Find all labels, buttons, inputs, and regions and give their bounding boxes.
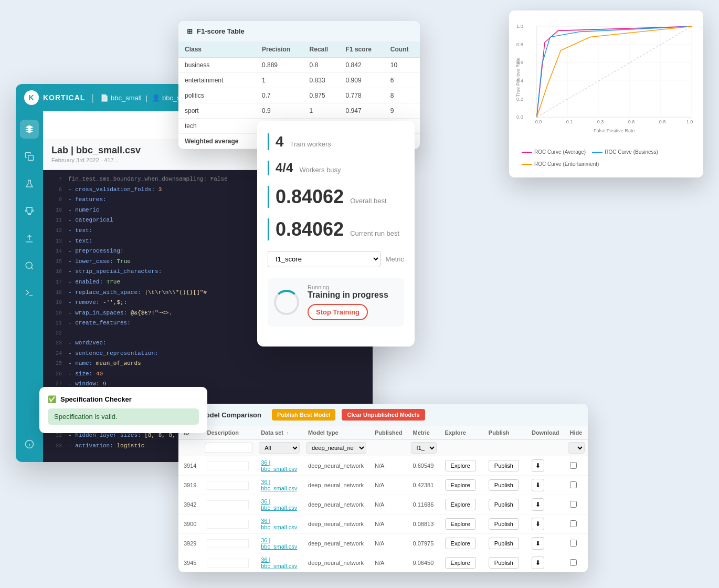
publish-best-model-button[interactable]: Publish Best Model [272, 409, 335, 421]
publish-btn-3929[interactable]: Publish [489, 538, 519, 549]
sidebar-icon-terminal[interactable] [20, 284, 39, 302]
publish-btn-3914[interactable]: Publish [489, 460, 519, 471]
running-label: Running [308, 284, 398, 290]
sidebar-icon-search[interactable] [20, 256, 39, 275]
download-btn-3942[interactable]: ⬇ [532, 498, 544, 511]
svg-text:1.0: 1.0 [516, 24, 523, 29]
header-divider: | [91, 92, 94, 103]
download-btn-3900[interactable]: ⬇ [532, 518, 544, 530]
col-f1score: F1 score [340, 41, 384, 58]
explore-btn-3942[interactable]: Explore [445, 499, 476, 510]
hide-checkbox-3945[interactable] [570, 559, 577, 566]
filter-row: All deep_neural_network f1_score [178, 440, 588, 456]
sidebar-icon-layers[interactable] [20, 120, 39, 139]
training-spinner [274, 290, 299, 315]
dataset-link-3942[interactable]: 36 | bbc_small.csv [261, 498, 297, 511]
spec-valid-message: Specification is valid. [48, 408, 199, 425]
desc-input-3900[interactable] [207, 520, 249, 529]
download-btn-3929[interactable]: ⬇ [532, 537, 544, 550]
download-btn-3945[interactable]: ⬇ [532, 556, 544, 569]
current-best-value: 0.84062 [276, 218, 344, 240]
breadcrumb-dataset[interactable]: 📄 bbc_small [100, 94, 142, 102]
filter-model-type[interactable]: deep_neural_network [306, 442, 366, 454]
train-workers-stat: 4 Train workers [268, 133, 404, 150]
hide-checkbox-3929[interactable] [570, 540, 577, 547]
dataset-link-3919[interactable]: 36 | bbc_small.csv [261, 479, 297, 491]
col-hide: Hide [565, 426, 588, 440]
roc-panel: 0.0 0.2 0.4 0.6 0.8 1.0 0.0 0.1 0.3 0.6 … [509, 10, 703, 177]
training-text: Running Training in progress Stop Traini… [308, 284, 398, 320]
desc-input-3942[interactable] [207, 500, 249, 509]
desc-input-3945[interactable] [207, 559, 249, 568]
training-title: Training in progress [308, 290, 398, 300]
f1-table-row: business0.8890.80.84210 [178, 58, 420, 73]
publish-btn-3919[interactable]: Publish [489, 479, 519, 491]
roc-chart: 0.0 0.2 0.4 0.6 0.8 1.0 0.0 0.1 0.3 0.6 … [515, 17, 697, 143]
sidebar-icon-flask[interactable] [20, 174, 39, 193]
stop-training-button[interactable]: Stop Training [308, 304, 368, 320]
legend-average: ROC Curve (Average) [522, 149, 586, 155]
hide-checkbox-3914[interactable] [570, 462, 577, 469]
model-comp-title: Model Comparison [200, 411, 261, 419]
hide-checkbox-3919[interactable] [570, 481, 577, 488]
col-count: Count [384, 41, 420, 58]
spec-checker-title: ✅ Specification Checker [48, 395, 199, 403]
f1-table-header: ⊞ F1-score Table [178, 21, 420, 41]
svg-text:1.0: 1.0 [686, 119, 693, 124]
workers-count: 4 [276, 133, 284, 150]
desc-input-3914[interactable] [207, 461, 249, 470]
desc-input-3929[interactable] [207, 539, 249, 548]
logo-icon: K [24, 90, 39, 105]
col-metric: Metric [408, 426, 440, 440]
sidebar-icon-upload[interactable] [20, 229, 39, 248]
hide-checkbox-3942[interactable] [570, 501, 577, 508]
download-btn-3919[interactable]: ⬇ [532, 479, 544, 491]
dataset-link-3929[interactable]: 36 | bbc_small.csv [261, 537, 297, 550]
download-btn-3914[interactable]: ⬇ [532, 459, 544, 472]
sidebar-icon-trophy[interactable] [20, 202, 39, 220]
col-model-type: Model type [303, 426, 369, 440]
metric-select[interactable]: f1_score accuracy precision recall [268, 251, 380, 267]
table-row: 3945 36 | bbc_small.csv deep_neural_netw… [178, 553, 588, 573]
explore-btn-3900[interactable]: Explore [445, 518, 476, 530]
legend-business: ROC Curve (Business) [592, 149, 658, 155]
metric-select-row: f1_score accuracy precision recall Metri… [268, 251, 404, 267]
col-publish: Publish [483, 426, 526, 440]
desc-input-3919[interactable] [207, 481, 249, 490]
dataset-link-3945[interactable]: 36 | bbc_small.csv [261, 556, 297, 569]
publish-btn-3942[interactable]: Publish [489, 499, 519, 510]
filter-metric[interactable]: f1_score [411, 442, 437, 454]
col-precision: Precision [256, 41, 303, 58]
kortical-logo: K KORTICAL [24, 90, 85, 105]
publish-btn-3945[interactable]: Publish [489, 557, 519, 569]
model-comparison-table: ID Description Data set ↑ Model type Pub… [178, 426, 588, 572]
overall-best-value: 0.84062 [276, 186, 344, 208]
code-line: 26 - size: 40 [43, 369, 373, 380]
check-icon: ✅ [48, 395, 56, 403]
filter-description[interactable] [205, 443, 252, 453]
publish-btn-3900[interactable]: Publish [489, 518, 519, 530]
filter-hide[interactable]: All [568, 442, 585, 454]
hide-checkbox-3900[interactable] [570, 520, 577, 527]
training-panel: 4 Train workers 4/4 Workers busy 0.84062… [257, 121, 415, 346]
sidebar-icon-copy[interactable] [20, 147, 39, 166]
explore-btn-3945[interactable]: Explore [445, 557, 476, 569]
col-dataset: Data set ↑ [256, 426, 303, 440]
explore-btn-3914[interactable]: Explore [445, 460, 476, 471]
training-progress: Running Training in progress Stop Traini… [268, 278, 404, 327]
legend-entertainment: ROC Curve (Entertainment) [522, 161, 599, 167]
roc-legend: ROC Curve (Average) ROC Curve (Business)… [515, 145, 697, 171]
metric-label: Metric [386, 255, 404, 263]
explore-btn-3919[interactable]: Explore [445, 479, 476, 491]
sidebar-icon-info[interactable] [20, 435, 39, 454]
col-description: Description [202, 426, 256, 440]
model-comparison-panel: ⊞ Model Comparison Publish Best Model Cl… [178, 404, 588, 572]
dataset-link-3914[interactable]: 36 | bbc_small.csv [261, 459, 297, 472]
col-class: Class [178, 41, 256, 58]
svg-point-29 [26, 262, 32, 268]
filter-dataset[interactable]: All [259, 442, 300, 454]
clear-unpublished-button[interactable]: Clear Unpublished Models [342, 409, 425, 421]
explore-btn-3929[interactable]: Explore [445, 538, 476, 549]
dataset-link-3900[interactable]: 36 | bbc_small.csv [261, 518, 297, 530]
code-line: 25 - name: mean_of_words [43, 359, 373, 369]
